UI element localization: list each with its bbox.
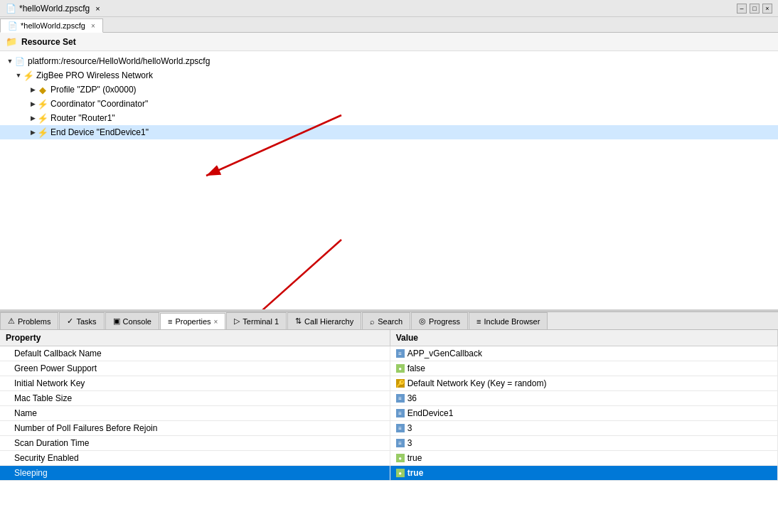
tab-console[interactable]: ▣ Console [105,312,159,329]
title-close-icon[interactable]: × [95,4,100,13]
console-label: Console [123,317,151,326]
table-row[interactable]: Mac Table Size≡36 [0,391,778,406]
property-name-cell: Security Enabled [0,451,390,466]
property-name-cell: Name [0,406,390,421]
coordinator-icon: ⚡ [37,98,48,110]
terminal-icon: ▷ [234,316,240,326]
coordinator-label: Coordinator "Coordinator" [50,99,148,109]
enddevice-label: End Device "EndDevice1" [50,127,149,137]
table-row[interactable]: Name≡EndDevice1 [0,406,778,421]
table-row[interactable]: Number of Poll Failures Before Rejoin≡3 [0,421,778,436]
tab-label: *helloWorld.zpscfg [21,21,85,30]
root-toggle[interactable]: ▼ [6,57,14,65]
properties-label: Properties [175,317,211,326]
tree-item-network[interactable]: ▼ ⚡ ZigBee PRO Wireless Network [0,68,778,83]
col-property-header: Property [0,330,390,346]
value-type-icon: ≡ [396,409,405,417]
properties-close-button[interactable]: × [214,318,218,326]
value-text: true [407,453,422,463]
window-title: *helloWorld.zpscfg [19,4,90,14]
property-value-cell: ≡EndDevice1 [390,406,777,421]
tree-root[interactable]: ▼ 📄 platform:/resource/HelloWorld/helloW… [0,54,778,68]
tab-helloworld[interactable]: 📄 *helloWorld.zpscfg × [0,18,103,33]
file-icon: 📄 [6,4,16,14]
resource-set-header: 📁 Resource Set [0,33,778,51]
value-type-icon: ≡ [396,349,405,358]
table-row[interactable]: Green Power Support●false [0,361,778,376]
tree-pane[interactable]: ▼ 📄 platform:/resource/HelloWorld/helloW… [0,51,778,312]
property-name-cell: Initial Network Key [0,376,390,391]
title-bar-controls: – □ × [737,4,772,14]
value-text: 36 [407,393,417,403]
restore-button[interactable]: □ [750,4,760,14]
search-label: Search [378,317,403,326]
property-value-cell: ≡3 [390,436,777,451]
network-icon: ⚡ [23,70,34,81]
property-value-cell: ≡APP_vGenCallback [390,346,777,361]
folder-icon: 📁 [6,36,17,47]
tab-search[interactable]: ⌕ Search [362,312,410,329]
callhierarchy-label: Call Hierarchy [304,317,353,326]
value-type-icon: ≡ [396,394,405,403]
tree-item-router[interactable]: ▶ ⚡ Router "Router1" [0,111,778,125]
table-row[interactable]: Initial Network Key🔑Default Network Key … [0,376,778,391]
value-type-icon: ● [396,469,405,477]
table-row[interactable]: Security Enabled●true [0,451,778,466]
table-row[interactable]: Scan Duration Time≡3 [0,436,778,451]
coordinator-toggle[interactable]: ▶ [28,100,37,108]
tab-close-button[interactable]: × [91,22,95,30]
tree-item-enddevice[interactable]: ▶ ⚡ End Device "EndDevice1" [0,125,778,139]
tab-tasks[interactable]: ✓ Tasks [59,312,104,329]
property-name-cell: Green Power Support [0,361,390,376]
tab-problems[interactable]: ⚠ Problems [0,312,58,329]
value-text: true [407,468,424,478]
root-file-icon: 📄 [14,55,26,67]
tab-terminal1[interactable]: ▷ Terminal 1 [226,312,287,329]
property-name-cell: Scan Duration Time [0,436,390,451]
tab-callhierarchy[interactable]: ⇅ Call Hierarchy [287,312,361,329]
value-text: 3 [407,423,412,433]
root-label: platform:/resource/HelloWorld/helloWorld… [28,56,210,66]
value-text: 3 [407,438,412,448]
minimize-button[interactable]: – [737,4,747,14]
tree-item-coordinator[interactable]: ▶ ⚡ Coordinator "Coordinator" [0,97,778,111]
main-container: 📁 Resource Set ▼ 📄 platform:/resource/He… [0,33,778,532]
properties-data-table: Property Value Default Callback Name≡APP… [0,330,778,481]
profile-label: Profile "ZDP" (0x0000) [50,85,137,95]
value-text: EndDevice1 [407,408,454,418]
properties-icon: ≡ [168,317,172,326]
svg-line-3 [242,240,341,309]
network-toggle[interactable]: ▼ [14,71,23,80]
callhierarchy-icon: ⇅ [295,316,302,326]
includebrowser-icon: ≡ [476,317,481,326]
terminal-label: Terminal 1 [243,317,279,326]
router-toggle[interactable]: ▶ [28,114,37,122]
property-value-cell: 🔑Default Network Key (Key = random) [390,376,777,391]
table-row[interactable]: Sleeping●true [0,466,778,481]
tree-item-profile[interactable]: ▶ ◆ Profile "ZDP" (0x0000) [0,83,778,97]
value-type-icon: ● [396,454,405,462]
tab-file-icon: 📄 [8,21,18,31]
property-value-cell: ≡3 [390,421,777,436]
enddevice-toggle[interactable]: ▶ [28,128,37,137]
property-value-cell: ●true [390,466,777,481]
property-value-cell: ●false [390,361,777,376]
value-type-icon: ≡ [396,439,405,447]
problems-icon: ⚠ [8,316,15,326]
resource-set-label: Resource Set [21,37,76,47]
title-bar: 📄 *helloWorld.zpscfg × – □ × [0,0,778,17]
property-value-cell: ●true [390,451,777,466]
value-text: APP_vGenCallback [407,349,482,358]
tab-properties[interactable]: ≡ Properties × [160,313,225,330]
value-text: false [407,363,425,373]
tab-progress[interactable]: ◎ Progress [411,312,468,329]
console-icon: ▣ [113,316,120,326]
table-row[interactable]: Default Callback Name≡APP_vGenCallback [0,346,778,361]
properties-table[interactable]: Property Value Default Callback Name≡APP… [0,330,778,532]
top-tab-strip: 📄 *helloWorld.zpscfg × [0,17,778,33]
close-button[interactable]: × [762,4,772,14]
router-icon: ⚡ [37,112,48,124]
tab-includebrowser[interactable]: ≡ Include Browser [469,312,548,329]
profile-toggle[interactable]: ▶ [28,85,37,94]
col-value-header: Value [390,330,777,346]
